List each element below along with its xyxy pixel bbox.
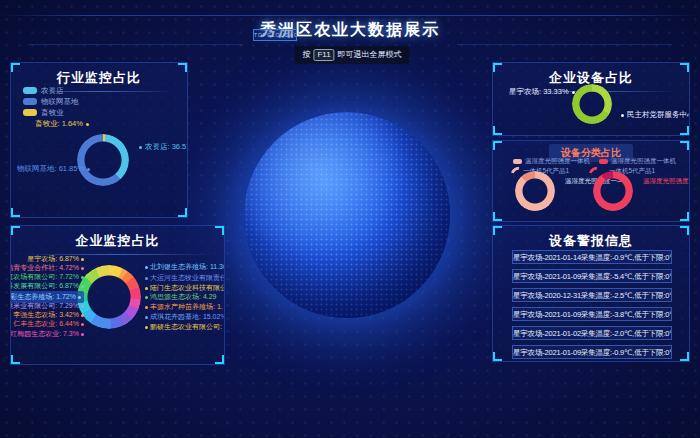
chart-label: 大运河生态牧业有限责任公 xyxy=(145,273,225,283)
header-top-line xyxy=(0,15,700,16)
legend-item[interactable]: 农资店 xyxy=(23,85,79,96)
alarm-row: 星宇农场-2021-01-14采集温度:-0.9℃,低于下限:0℃ xyxy=(512,250,672,264)
chart-label: 国科发展有限公司: 6.87% xyxy=(10,281,84,291)
legend-swatch xyxy=(23,98,37,105)
enterprise-ratio-panel: 企业监控占比 星宇农场: 6.87% 稻鸭青专业合作社: 4.72% 家庭农场有… xyxy=(10,225,225,365)
globe-sheen xyxy=(244,112,450,318)
legend-label: 物联网基地 xyxy=(41,97,79,107)
industry-donut-chart[interactable] xyxy=(77,134,129,186)
chart-label: 鸿思源生态农场: 4.29 xyxy=(145,292,217,302)
fullscreen-tip: 按F11即可退出全屏模式 xyxy=(294,46,409,64)
device-ratio-panel: 企业设备占比 星宇农场: 33.33% 民主村党群服务中心: xyxy=(492,62,690,136)
legend-label: 畜牧业 xyxy=(41,108,64,118)
chart-label: 温湿度光照强度一— xyxy=(643,177,690,186)
panel-title: 设备警报信息 xyxy=(493,232,689,250)
chart-label: 红梅园生态农业: 7.3% xyxy=(10,329,84,339)
panel-title: 企业监控占比 xyxy=(11,232,224,250)
enterprise-donut-chart[interactable] xyxy=(77,265,141,329)
chart-label: 仁丰生态农业: 6.44% xyxy=(13,319,84,329)
header-sub-line-left xyxy=(28,44,243,45)
f11-keycap: F11 xyxy=(313,49,334,61)
header-sub-line-right xyxy=(457,44,672,45)
legend-item[interactable]: 物联网基地 xyxy=(23,96,79,107)
legend-swatch xyxy=(513,159,522,164)
device-class-panel: 设备分类占比 温湿度光照强度一体机 一体机5代产品1 温湿度光照强度一— 温湿度… xyxy=(492,140,690,222)
dashboard: TOPCLOUDAGRI 秀洲区农业大数据展示 按F11即可退出全屏模式 行业监… xyxy=(0,0,700,438)
chart-label-store: 农资店: 36.51% xyxy=(139,142,188,152)
industry-ratio-panel: 行业监控占比 农资店 物联网基地 畜牧业 畜牧业: 1.64% 农资店: 36.… xyxy=(10,62,188,218)
chart-label: 鹏硕生态农业有限公司: 6.879 xyxy=(145,322,225,332)
globe xyxy=(244,112,450,318)
alarm-info-panel: 设备警报信息 星宇农场-2021-01-14采集温度:-0.9℃,低于下限:0℃… xyxy=(492,225,690,362)
alarm-row: 星宇农场-2021-01-09采集温度:-3.8℃,低于下限:0℃ xyxy=(512,307,672,321)
alarm-row: 星宇农场-2021-01-09采集温度:-5.4℃,低于下限:0℃ xyxy=(512,269,672,283)
legend-label: 温湿度光照强度一体机 xyxy=(525,157,590,164)
chart-label: 民主村党群服务中心: xyxy=(621,110,690,120)
legend-label: 农资店 xyxy=(41,86,64,96)
legend-item[interactable]: 温湿度光照强度一体机 xyxy=(513,157,590,166)
chart-label: 成琪花卉园基地: 15.02% xyxy=(145,312,225,322)
chart-label: 丰源水产种苗养殖场: 1. xyxy=(145,302,223,312)
alarm-list: 星宇农场-2021-01-14采集温度:-0.9℃,低于下限:0℃ 星宇农场-2… xyxy=(512,250,672,362)
chart-label-livestock: 畜牧业: 1.64% xyxy=(35,119,89,129)
brand-logo: TOPCLOUDAGRI xyxy=(253,29,297,41)
legend-swatch xyxy=(23,109,37,116)
tip-prefix: 按 xyxy=(302,50,310,59)
chart-label: 星宇农场: 33.33% xyxy=(509,87,575,97)
device-donut-chart[interactable] xyxy=(572,84,612,124)
industry-legend: 农资店 物联网基地 畜牧业 xyxy=(23,85,79,118)
legend-item[interactable]: 温湿度光照强度一体机 xyxy=(599,157,676,166)
legend-swatch xyxy=(599,159,608,164)
header: TOPCLOUDAGRI 秀洲区农业大数据展示 xyxy=(0,20,700,41)
tip-suffix: 即可退出全屏模式 xyxy=(338,50,402,59)
legend-label: 温湿度光照强度一体机 xyxy=(611,157,676,164)
alarm-row: 星宇农场-2021-01-09采集温度:-0.9℃,低于下限:0℃ xyxy=(512,345,672,359)
legend-item[interactable]: 畜牧业 xyxy=(23,107,79,118)
alarm-row: 星宇农场-2021-01-02采集温度:-2.0℃,低于下限:0℃ xyxy=(512,326,672,340)
legend-swatch xyxy=(23,87,37,94)
chart-label-iot: 物联网基地: 61.85% xyxy=(17,164,90,174)
chart-label: 北刘银生态养殖场: 11.36% xyxy=(145,262,225,272)
alarm-row: 星宇农场-2020-12-31采集温度:-2.5℃,低于下限:0℃ xyxy=(512,288,672,302)
